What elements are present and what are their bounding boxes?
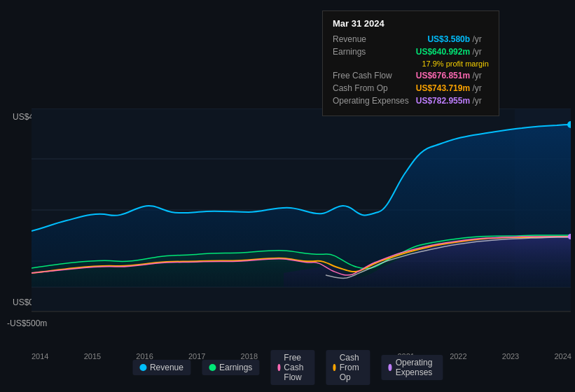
legend-label-cashop: Cash From Op [340, 353, 363, 382]
legend-item-cashop[interactable]: Cash From Op [326, 350, 370, 385]
x-label-2023: 2023 [502, 352, 519, 360]
legend-label-fcf: Free Cash Flow [284, 353, 307, 382]
legend-dot-cashop [333, 364, 335, 371]
chart-container: Mar 31 2024 Revenue US$3.580b /yr Earnin… [0, 0, 575, 392]
legend-dot-revenue [139, 364, 146, 371]
tooltip-label-fcf: Free Cash Flow [333, 71, 392, 80]
tooltip-profit-margin: 17.9% profit margin [422, 59, 488, 68]
legend-item-fcf[interactable]: Free Cash Flow [270, 350, 314, 385]
tooltip-row-earnings: Earnings US$640.992m /yr [333, 47, 489, 57]
tooltip-value-earnings: US$640.992m [416, 47, 470, 57]
tooltip-row-opex: Operating Expenses US$782.955m /yr [333, 96, 489, 106]
tooltip-row-revenue: Revenue US$3.580b /yr [333, 34, 489, 44]
legend-label-earnings: Earnings [219, 363, 252, 372]
tooltip-label-revenue: Revenue [333, 34, 366, 44]
tooltip-value-fcf: US$676.851m [416, 71, 470, 80]
y-axis-zero: US$0 [13, 298, 34, 307]
legend-label-revenue: Revenue [150, 363, 183, 372]
legend-item-revenue[interactable]: Revenue [132, 360, 190, 375]
tooltip-value-revenue: US$3.580b [427, 34, 470, 44]
tooltip-row-cashop: Cash From Op US$743.719m /yr [333, 83, 489, 93]
legend-item-earnings[interactable]: Earnings [202, 360, 259, 375]
x-label-2024: 2024 [554, 352, 571, 360]
legend-label-opex: Operating Expenses [396, 358, 436, 377]
tooltip-title: Mar 31 2024 [333, 18, 489, 29]
chart-svg [32, 108, 571, 332]
legend-dot-opex [388, 364, 392, 371]
legend-dot-fcf [277, 364, 280, 371]
x-label-2022: 2022 [450, 352, 466, 360]
tooltip-row-fcf: Free Cash Flow US$676.851m /yr [333, 71, 489, 80]
legend-item-opex[interactable]: Operating Expenses [381, 355, 443, 380]
tooltip-label-earnings: Earnings [333, 47, 366, 57]
tooltip-label-opex: Operating Expenses [333, 96, 409, 106]
x-label-2014: 2014 [32, 352, 48, 360]
legend-dot-earnings [209, 364, 216, 371]
tooltip-value-opex: US$782.955m [416, 96, 470, 106]
tooltip-row-profit-margin: 17.9% profit margin [333, 59, 489, 68]
tooltip-value-cashop: US$743.719m [416, 83, 470, 93]
legend: Revenue Earnings Free Cash Flow Cash Fro… [132, 350, 443, 385]
tooltip: Mar 31 2024 Revenue US$3.580b /yr Earnin… [322, 10, 499, 116]
x-label-2015: 2015 [84, 352, 101, 360]
tooltip-label-cashop: Cash From Op [333, 83, 388, 93]
